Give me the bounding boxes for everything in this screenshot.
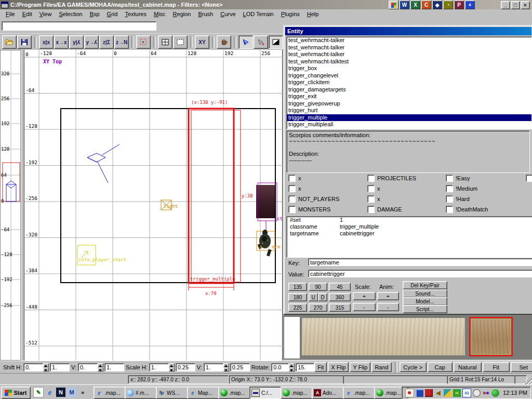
flag-checkbox[interactable]: [288, 195, 296, 203]
scheduler-icon[interactable]: [405, 389, 414, 397]
flip-x-button[interactable]: x|x: [39, 35, 54, 49]
value-input[interactable]: [308, 270, 532, 277]
start-button[interactable]: Start: [1, 387, 31, 399]
camera-cone-add-button[interactable]: [254, 35, 268, 49]
list-item[interactable]: trigger_multipleall: [287, 121, 531, 128]
angle-135-button[interactable]: 135: [288, 283, 307, 291]
flag-checkbox[interactable]: [446, 206, 453, 213]
split-window-button[interactable]: [158, 35, 172, 49]
angle-360-button[interactable]: 360: [329, 293, 351, 301]
texture-swatch-selected[interactable]: [469, 317, 513, 356]
flag-checkbox[interactable]: [367, 175, 375, 182]
keyvalue-row[interactable]: targetnamecabinettrigger: [287, 230, 532, 237]
entity-class-list[interactable]: test_wehrmacht-talker test_wehrmacht-tal…: [286, 36, 532, 129]
angle-180-button[interactable]: 180: [288, 293, 307, 301]
office-logo-icon[interactable]: [389, 1, 398, 9]
texture-swatch[interactable]: [302, 318, 465, 355]
rotate-step-input[interactable]: [296, 363, 314, 371]
users-icon[interactable]: [482, 389, 490, 397]
script-button[interactable]: Script...: [403, 305, 447, 313]
menu-view[interactable]: View: [36, 10, 56, 18]
graphics-icon[interactable]: [425, 389, 433, 397]
flip-z-button[interactable]: z|Σ: [99, 35, 114, 49]
flip-y-button[interactable]: y|ʎ: [69, 35, 84, 49]
overflow-chevron[interactable]: »: [78, 388, 87, 397]
list-item-selected[interactable]: trigger_multiple: [287, 114, 531, 122]
set-button[interactable]: Set: [511, 362, 532, 372]
task-button[interactable]: AAdo...: [312, 387, 346, 399]
menu-textures[interactable]: Textures: [121, 10, 150, 18]
resize-grip[interactable]: [525, 378, 532, 384]
task-button[interactable]: e.map...: [343, 387, 377, 399]
flag-checkbox[interactable]: [446, 185, 453, 192]
save-button[interactable]: [17, 35, 32, 49]
patch-fit-button[interactable]: Fit: [483, 362, 510, 372]
camera-marker[interactable]: [87, 144, 119, 183]
binder-icon[interactable]: ◆: [432, 1, 442, 9]
menu-selection[interactable]: Selection: [55, 10, 86, 18]
selection-mode-button[interactable]: [136, 35, 151, 49]
trigger-brush-selected[interactable]: [189, 109, 234, 283]
list-item[interactable]: test_wehrmacht-talktest: [287, 58, 531, 65]
powerpoint-icon[interactable]: C: [421, 1, 431, 9]
list-item[interactable]: trigger_clickitem: [287, 79, 531, 86]
mail-icon[interactable]: M: [67, 388, 76, 397]
resize-arrows-icon[interactable]: +: [465, 1, 475, 9]
task-button[interactable]: #.m...: [125, 387, 159, 399]
menu-help[interactable]: Help: [303, 10, 323, 18]
flag-checkbox[interactable]: [288, 175, 296, 182]
list-item[interactable]: trigger_damagetargets: [287, 86, 531, 94]
camera-cone-button[interactable]: [238, 35, 253, 49]
texture-pot-button[interactable]: [217, 35, 231, 49]
netscape-icon[interactable]: N: [56, 388, 65, 397]
flag-checkbox[interactable]: [367, 195, 375, 203]
region-window-button[interactable]: [173, 35, 188, 49]
flag-checkbox[interactable]: [288, 206, 296, 213]
mirror-y-button[interactable]: y→ʎ: [84, 35, 99, 49]
menu-region[interactable]: Region: [169, 10, 195, 18]
list-item[interactable]: trigger_givepowerup: [287, 100, 531, 108]
list-item[interactable]: test_wehrmacht-talker: [287, 44, 531, 51]
flag-checkbox[interactable]: [446, 195, 453, 203]
access-key-icon[interactable]: P: [454, 1, 464, 9]
scale-h-step-input[interactable]: [176, 363, 195, 371]
shift-h-spinner[interactable]: [43, 363, 49, 371]
rand-button[interactable]: Rand: [371, 362, 391, 372]
angle-225-button[interactable]: 225: [288, 303, 307, 312]
rotate-spinner[interactable]: [289, 363, 295, 371]
scale-plus-button[interactable]: +: [353, 292, 376, 300]
menu-lod-terrain[interactable]: LOD Terrain: [240, 10, 277, 18]
texture-filter-combo[interactable]: [2, 21, 156, 31]
angle-45-button[interactable]: 45: [329, 283, 351, 291]
close-button[interactable]: ×: [521, 1, 530, 9]
display-icon[interactable]: [416, 389, 423, 397]
spheres-icon[interactable]: [491, 389, 499, 397]
scale-v-step-input[interactable]: [230, 363, 250, 371]
keyvalue-row[interactable]: #set1: [287, 217, 532, 223]
shift-h-input[interactable]: [23, 363, 43, 371]
cap-button[interactable]: Cap: [428, 362, 453, 372]
list-item[interactable]: trigger_box: [287, 65, 531, 72]
keyvalue-list[interactable]: #set1 classnametrigger_multiple targetna…: [286, 216, 532, 258]
fit-button[interactable]: Fit: [314, 362, 327, 372]
menu-brush[interactable]: Brush: [194, 10, 217, 18]
key-input[interactable]: [308, 258, 532, 266]
scale-minus-button[interactable]: -: [353, 303, 376, 311]
ie-icon[interactable]: e: [45, 388, 55, 397]
mirror-z-button[interactable]: z→N: [114, 35, 129, 49]
anim-plus-button[interactable]: +: [377, 292, 399, 300]
soldier-sprite[interactable]: [258, 230, 272, 257]
menu-edit[interactable]: Edit: [19, 10, 36, 18]
task-button[interactable]: .map...: [281, 387, 315, 399]
anim-minus-button[interactable]: -: [377, 303, 399, 311]
list-item[interactable]: trigger_exit: [287, 93, 531, 100]
texture-browser[interactable]: [283, 315, 532, 360]
shift-v-spinner[interactable]: [98, 363, 103, 371]
keyvalue-row[interactable]: classnametrigger_multiple: [287, 223, 532, 230]
x-flip-button[interactable]: X Flip: [328, 362, 349, 372]
excel-icon[interactable]: X: [410, 1, 420, 9]
list-item[interactable]: test_wehrmacht-talker: [287, 37, 531, 44]
flag-checkbox[interactable]: [367, 185, 375, 192]
view-splitter[interactable]: [21, 50, 24, 361]
natural-button[interactable]: Natural: [454, 362, 482, 372]
